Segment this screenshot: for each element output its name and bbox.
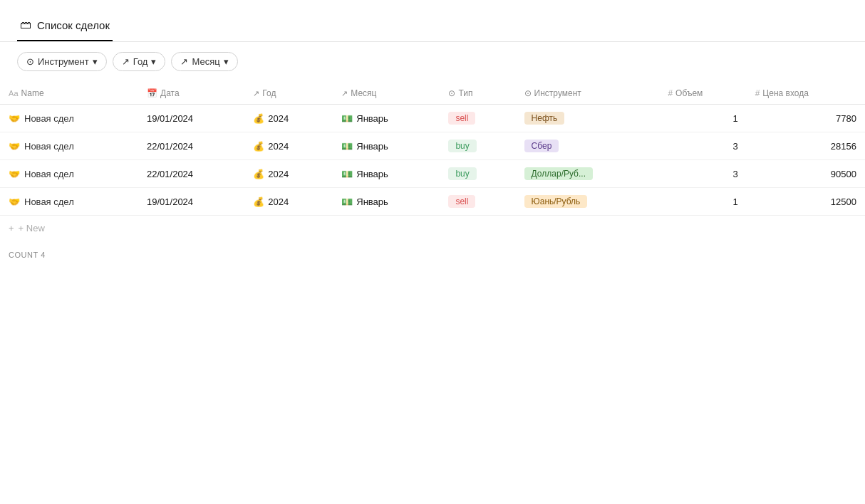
filters-bar: ⊙ Инструмент ▾ ↗ Год ▾ ↗ Месяц ▾ xyxy=(0,52,865,71)
cell-name-2: 🤝 Новая сдел xyxy=(0,160,138,188)
col-header-type: ⊙ Тип xyxy=(440,83,515,105)
col-type-label: Тип xyxy=(458,88,472,98)
col-instrument-label: Инструмент xyxy=(534,88,581,98)
row-icon-0: 🤝 xyxy=(9,113,20,124)
add-new-label: + New xyxy=(19,223,45,233)
table-row: 🤝 Новая сдел 22/01/2024 💰 2024 💵 Январь … xyxy=(0,160,865,188)
deals-table-wrap: Аа Name 📅 Дата ↗ Год xyxy=(0,83,865,263)
cell-date-0: 19/01/2024 xyxy=(138,105,244,132)
col-header-volume: # Объем xyxy=(659,83,746,105)
cell-type-0: sell xyxy=(440,105,515,132)
col-year-icon: ↗ xyxy=(253,89,259,98)
cell-type-3: sell xyxy=(440,188,515,216)
month-emoji-0: 💵 xyxy=(341,113,353,124)
col-month-label: Месяц xyxy=(351,88,376,98)
col-name-prefix: Аа xyxy=(9,89,19,98)
col-instrument-icon: ⊙ xyxy=(524,88,532,98)
table-row: 🤝 Новая сдел 19/01/2024 💰 2024 💵 Январь … xyxy=(0,188,865,216)
cell-instrument-2: Доллар/Руб... xyxy=(516,160,660,188)
instrument-tag-1: Сбер xyxy=(524,140,559,152)
col-header-price: # Цена входа xyxy=(747,83,865,105)
cell-month-0: 💵 Январь xyxy=(333,105,440,132)
tab-deals-label: Список сделок xyxy=(37,19,110,31)
col-type-icon: ⊙ xyxy=(448,88,455,98)
cell-type-1: buy xyxy=(440,132,515,160)
cell-instrument-0: Нефть xyxy=(516,105,660,132)
filter-month-chevron: ▾ xyxy=(224,56,229,67)
instrument-tag-0: Нефть xyxy=(524,112,565,125)
year-val-3: 2024 xyxy=(268,196,289,207)
row-icon-3: 🤝 xyxy=(9,196,20,207)
filter-month[interactable]: ↗ Месяц ▾ xyxy=(171,52,237,71)
col-header-month: ↗ Месяц xyxy=(333,83,440,105)
filter-instrument-label: Инструмент xyxy=(38,56,89,67)
cell-date-2: 22/01/2024 xyxy=(138,160,244,188)
cell-year-1: 💰 2024 xyxy=(244,132,333,160)
col-price-hash: # xyxy=(755,88,760,98)
year-emoji-0: 💰 xyxy=(253,113,264,124)
month-val-3: Январь xyxy=(356,196,388,207)
col-volume-label: Объем xyxy=(675,88,703,98)
tab-deals-icon: 🗃 xyxy=(20,19,31,31)
col-year-label: Год xyxy=(262,88,276,98)
cell-type-2: buy xyxy=(440,160,515,188)
col-volume-hash: # xyxy=(668,88,673,98)
year-val-0: 2024 xyxy=(268,113,289,124)
month-emoji-3: 💵 xyxy=(341,196,353,207)
cell-instrument-1: Сбер xyxy=(516,132,660,160)
month-val-0: Январь xyxy=(356,113,388,124)
cell-price-3: 12500 xyxy=(747,188,865,216)
month-val-1: Январь xyxy=(356,141,388,152)
cell-month-3: 💵 Январь xyxy=(333,188,440,216)
count-num: 4 xyxy=(41,251,46,259)
month-emoji-1: 💵 xyxy=(341,141,353,152)
instrument-tag-3: Юань/Рубль xyxy=(524,195,588,208)
cell-month-1: 💵 Январь xyxy=(333,132,440,160)
cell-volume-1: 3 xyxy=(659,132,746,160)
year-val-1: 2024 xyxy=(268,141,289,152)
filter-month-icon: ↗ xyxy=(180,56,188,67)
filter-month-label: Месяц xyxy=(192,56,219,67)
col-header-date: 📅 Дата xyxy=(138,83,244,105)
cell-name-1: 🤝 Новая сдел xyxy=(0,132,138,160)
table-row: 🤝 Новая сдел 19/01/2024 💰 2024 💵 Январь … xyxy=(0,105,865,132)
row-name-2: Новая сдел xyxy=(24,169,74,179)
month-val-2: Январь xyxy=(356,169,388,179)
type-badge-2: buy xyxy=(448,167,476,180)
row-icon-2: 🤝 xyxy=(9,169,20,179)
year-val-2: 2024 xyxy=(268,169,289,179)
count-label: COUNT xyxy=(9,251,38,259)
type-badge-3: sell xyxy=(448,195,475,208)
col-date-icon: 📅 xyxy=(147,88,157,98)
filter-instrument-icon: ⊙ xyxy=(26,56,34,67)
cell-volume-0: 1 xyxy=(659,105,746,132)
filter-year-chevron: ▾ xyxy=(151,56,156,67)
cell-name-0: 🤝 Новая сдел xyxy=(0,105,138,132)
instrument-tag-2: Доллар/Руб... xyxy=(524,167,593,180)
year-emoji-3: 💰 xyxy=(253,196,264,207)
table-row: 🤝 Новая сдел 22/01/2024 💰 2024 💵 Январь … xyxy=(0,132,865,160)
type-badge-0: sell xyxy=(448,112,475,125)
col-header-instrument: ⊙ Инструмент xyxy=(516,83,660,105)
table-header-row: Аа Name 📅 Дата ↗ Год xyxy=(0,83,865,105)
add-new-row[interactable]: + + New xyxy=(0,216,865,241)
row-icon-1: 🤝 xyxy=(9,141,20,152)
filter-instrument-chevron: ▾ xyxy=(93,56,98,67)
tab-deals[interactable]: 🗃 Список сделок xyxy=(17,11,113,41)
col-header-year: ↗ Год xyxy=(244,83,333,105)
row-name-1: Новая сдел xyxy=(24,141,74,152)
cell-volume-2: 3 xyxy=(659,160,746,188)
year-emoji-2: 💰 xyxy=(253,169,264,179)
month-emoji-2: 💵 xyxy=(341,169,353,179)
page: 🗃 Список сделок ⊙ Инструмент ▾ ↗ Год ▾ ↗… xyxy=(0,0,865,504)
cell-price-2: 90500 xyxy=(747,160,865,188)
cell-price-1: 28156 xyxy=(747,132,865,160)
cell-year-2: 💰 2024 xyxy=(244,160,333,188)
col-month-icon: ↗ xyxy=(341,89,348,98)
deals-table: Аа Name 📅 Дата ↗ Год xyxy=(0,83,865,216)
filter-year[interactable]: ↗ Год ▾ xyxy=(113,52,166,71)
filter-instrument[interactable]: ⊙ Инструмент ▾ xyxy=(17,52,107,71)
cell-price-0: 7780 xyxy=(747,105,865,132)
year-emoji-1: 💰 xyxy=(253,141,264,152)
filter-year-icon: ↗ xyxy=(122,56,130,67)
